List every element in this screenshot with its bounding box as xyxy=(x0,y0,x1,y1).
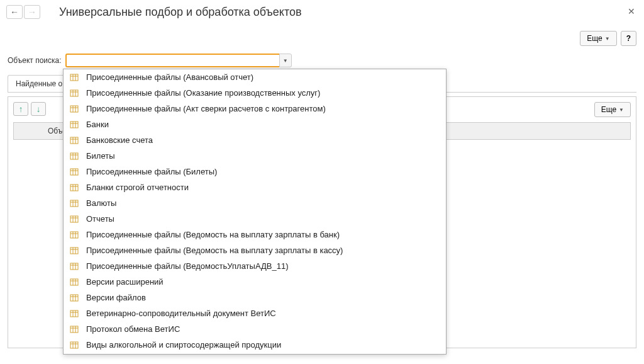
svg-rect-24 xyxy=(70,169,78,175)
catalog-icon xyxy=(70,278,79,287)
catalog-icon xyxy=(70,262,79,271)
dropdown-item[interactable]: Банковские счета xyxy=(64,132,446,148)
svg-rect-32 xyxy=(70,200,78,207)
svg-rect-12 xyxy=(70,122,78,128)
help-button[interactable]: ? xyxy=(621,31,636,46)
catalog-icon xyxy=(70,136,79,145)
dropdown-item-label: Присоединенные файлы (Ведомость на выпла… xyxy=(86,246,343,255)
dropdown-item[interactable]: Присоединенные файлы (Авансовый отчет) xyxy=(64,69,446,85)
svg-rect-20 xyxy=(70,153,78,159)
move-down-button[interactable] xyxy=(31,102,46,116)
dropdown-item[interactable]: Версии расширений xyxy=(64,274,446,290)
dropdown-item[interactable]: Присоединенные файлы (Акт сверки расчето… xyxy=(64,101,446,117)
catalog-icon xyxy=(70,215,79,224)
svg-rect-44 xyxy=(70,247,78,254)
help-button-label: ? xyxy=(626,34,631,43)
catalog-icon xyxy=(70,168,79,176)
dropdown-item[interactable]: Банки xyxy=(64,117,446,132)
nav-back-button[interactable]: ← xyxy=(6,5,23,19)
dropdown-item[interactable]: Присоединенные файлы (Оказание производс… xyxy=(64,85,446,101)
dropdown-item-label: Банковские счета xyxy=(86,135,153,145)
dropdown-item[interactable]: Билеты xyxy=(64,148,446,164)
dropdown-item-label: Присоединенные файлы (ВедомостьУплатыАДВ… xyxy=(86,261,288,271)
svg-rect-16 xyxy=(70,137,78,144)
catalog-icon xyxy=(70,183,79,192)
header-bar: ← → Универсальные подбор и обработка объ… xyxy=(0,0,644,25)
dropdown-item-label: Присоединенные файлы (Акт сверки расчето… xyxy=(86,104,326,113)
table-col-check xyxy=(18,127,43,135)
dropdown-item-label: Банки xyxy=(86,120,109,129)
svg-rect-68 xyxy=(70,342,78,348)
dropdown-item[interactable]: Присоединенные файлы (Ведомость на выпла… xyxy=(64,242,446,258)
search-input[interactable] xyxy=(65,54,279,67)
dropdown-item-label: Отчеты xyxy=(86,214,114,224)
panel-more-button[interactable]: Еще ▼ xyxy=(594,102,631,117)
search-dropdown-button[interactable]: ▼ xyxy=(279,54,292,67)
catalog-icon xyxy=(70,230,79,239)
chevron-down-icon: ▼ xyxy=(619,107,624,113)
dropdown-item-label: Присоединенные файлы (Ведомость на выпла… xyxy=(86,230,340,239)
catalog-icon xyxy=(70,73,79,82)
catalog-icon xyxy=(70,293,79,302)
dropdown-item-label: Версии файлов xyxy=(86,293,146,302)
search-dropdown-popup[interactable]: Присоединенные файлы (Авансовый отчет)Пр… xyxy=(63,69,447,355)
nav-buttons: ← → xyxy=(6,5,40,19)
catalog-icon xyxy=(70,120,79,129)
dropdown-item-label: Версии расширений xyxy=(86,277,164,287)
svg-rect-56 xyxy=(70,295,78,301)
dropdown-item[interactable]: Присоединенные файлы (Билеты) xyxy=(64,164,446,179)
catalog-icon xyxy=(70,309,79,318)
dropdown-item[interactable]: Виды алкогольной и спиртосодержащей прод… xyxy=(64,337,446,353)
dropdown-item[interactable]: Присоединенные файлы (Ведомость на выпла… xyxy=(64,227,446,242)
search-field-wrap: ▼ xyxy=(65,54,292,67)
chevron-down-icon: ▼ xyxy=(283,58,288,64)
catalog-icon xyxy=(70,105,79,113)
svg-rect-8 xyxy=(70,106,78,112)
dropdown-item[interactable]: Ветеринарно-сопроводительный документ Ве… xyxy=(64,305,446,321)
dropdown-item[interactable]: Отчеты xyxy=(64,211,446,227)
dropdown-item[interactable]: Валюты xyxy=(64,195,446,211)
svg-rect-60 xyxy=(70,310,78,317)
more-button-label: Еще xyxy=(587,34,602,43)
dropdown-item-label: Присоединенные файлы (Билеты) xyxy=(86,167,217,176)
move-up-button[interactable] xyxy=(13,102,28,116)
page-title: Универсальные подбор и обработка объекто… xyxy=(59,6,302,19)
dropdown-item[interactable]: Присоединенные файлы (ВедомостьУплатыАДВ… xyxy=(64,258,446,274)
dropdown-item-label: Присоединенные файлы (Оказание производс… xyxy=(86,88,320,98)
search-row: Объект поиска: ▼ xyxy=(8,54,636,67)
chevron-down-icon: ▼ xyxy=(605,36,610,42)
close-button[interactable]: ✕ xyxy=(626,6,636,16)
dropdown-item-label: Валюты xyxy=(86,198,116,208)
svg-rect-52 xyxy=(70,279,78,285)
dropdown-item-label: Виды алкогольной и спиртосодержащей прод… xyxy=(86,340,281,350)
svg-rect-48 xyxy=(70,263,78,270)
svg-rect-0 xyxy=(70,74,78,81)
dropdown-item-label: Билеты xyxy=(86,151,114,161)
dropdown-item[interactable]: Протокол обмена ВетИС xyxy=(64,321,446,337)
svg-rect-36 xyxy=(70,216,78,222)
dropdown-item-label: Ветеринарно-сопроводительный документ Ве… xyxy=(86,309,276,318)
toolbar-top: Еще ▼ ? xyxy=(8,31,636,46)
dropdown-item[interactable]: Бланки строгой отчетности xyxy=(64,179,446,195)
dropdown-item-label: Присоединенные файлы (Авансовый отчет) xyxy=(86,72,253,82)
dropdown-item-label: Бланки строгой отчетности xyxy=(86,183,189,192)
catalog-icon xyxy=(70,341,79,350)
dropdown-item[interactable]: Версии файлов xyxy=(64,290,446,305)
panel-more-label: Еще xyxy=(601,105,616,114)
catalog-icon xyxy=(70,89,79,98)
catalog-icon xyxy=(70,152,79,161)
more-button[interactable]: Еще ▼ xyxy=(580,31,616,46)
catalog-icon xyxy=(70,325,79,334)
svg-rect-4 xyxy=(70,90,78,96)
svg-rect-40 xyxy=(70,232,78,238)
catalog-icon xyxy=(70,199,79,208)
catalog-icon xyxy=(70,246,79,255)
dropdown-item-label: Протокол обмена ВетИС xyxy=(86,324,180,334)
search-label: Объект поиска: xyxy=(8,56,62,65)
svg-rect-28 xyxy=(70,185,78,191)
svg-rect-64 xyxy=(70,326,78,333)
nav-forward-button[interactable]: → xyxy=(24,5,40,19)
